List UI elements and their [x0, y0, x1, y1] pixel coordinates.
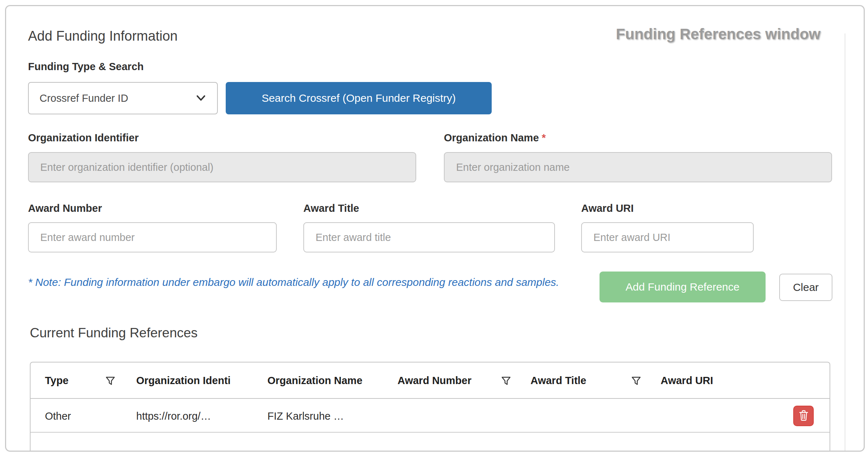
cell-organization-name: FIZ Karlsruhe … [267, 400, 344, 433]
column-header-award-uri[interactable]: Award URI [661, 362, 713, 399]
add-funding-reference-button[interactable]: Add Funding Reference [600, 272, 766, 302]
funding-references-window: Add Funding Information Funding Referenc… [5, 5, 865, 452]
funding-type-select[interactable]: Crossref Funder ID [28, 82, 218, 114]
page-title: Add Funding Information [28, 28, 178, 44]
award-uri-input[interactable] [581, 222, 754, 252]
column-header-organization-name[interactable]: Organization Name [267, 362, 362, 399]
funding-type-search-label: Funding Type & Search [28, 61, 144, 73]
organization-name-input[interactable] [444, 152, 832, 182]
delete-row-button[interactable] [793, 406, 814, 426]
embargo-note: * Note: Funding information under embarg… [28, 273, 560, 292]
column-header-award-title[interactable]: Award Title [531, 362, 586, 399]
column-header-organization-identifier[interactable]: Organization Identi [136, 362, 231, 399]
window-annotation-label: Funding References window [616, 26, 821, 43]
award-uri-label: Award URI [581, 202, 634, 214]
award-title-input[interactable] [303, 222, 555, 252]
funding-type-selected-value: Crossref Funder ID [40, 92, 128, 104]
filter-funnel-icon[interactable] [104, 375, 116, 387]
table-empty-row [31, 433, 830, 451]
current-funding-references-title: Current Funding References [30, 325, 198, 341]
table-header-row: Type Organization Identi Organization Na… [31, 362, 830, 399]
trash-icon [798, 409, 809, 423]
filter-funnel-icon[interactable] [630, 375, 642, 387]
column-header-type[interactable]: Type [45, 362, 69, 399]
column-header-award-number[interactable]: Award Number [398, 362, 472, 399]
cell-organization-identifier: https://ror.org/… [136, 400, 211, 433]
required-asterisk: * [542, 132, 546, 143]
award-number-input[interactable] [28, 222, 277, 252]
search-crossref-button[interactable]: Search Crossref (Open Funder Registry) [226, 82, 492, 114]
award-title-label: Award Title [303, 202, 359, 214]
chevron-down-icon [196, 94, 206, 102]
organization-identifier-label: Organization Identifier [28, 132, 139, 144]
organization-identifier-input[interactable] [28, 152, 416, 182]
organization-name-label: Organization Name* [444, 132, 546, 144]
filter-funnel-icon[interactable] [500, 375, 512, 387]
cell-type: Other [45, 400, 71, 433]
funding-references-table: Type Organization Identi Organization Na… [30, 362, 830, 452]
organization-name-label-text: Organization Name [444, 132, 539, 143]
table-row: Other https://ror.org/… FIZ Karlsruhe … [31, 400, 830, 433]
right-panel-divider [845, 33, 845, 451]
clear-button[interactable]: Clear [779, 274, 832, 301]
award-number-label: Award Number [28, 202, 102, 214]
